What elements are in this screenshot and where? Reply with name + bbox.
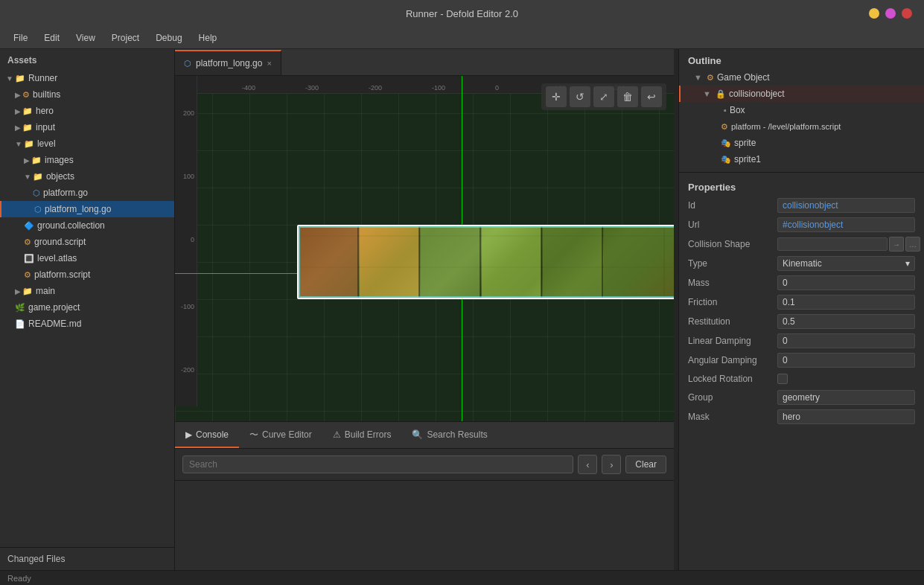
sidebar-item-main[interactable]: ▶ 📁 main [0,283,174,299]
close-button[interactable] [902,8,912,19]
folder-icon: 📁 [22,123,33,132]
prop-row-restitution: Restitution [679,312,924,331]
tab-close-button[interactable]: × [267,59,271,68]
locked-rotation-checkbox[interactable] [777,374,788,384]
maximize-button[interactable] [885,8,896,19]
sidebar-item-readme[interactable]: 📄 README.md [0,316,174,332]
sidebar-item-objects[interactable]: ▼ 📁 objects [0,168,174,185]
type-select[interactable]: Kinematic ▾ [777,256,915,271]
outline-item-sprite1[interactable]: 🎭 sprite1 [679,151,924,167]
prev-result-button[interactable]: ‹ [578,455,597,474]
rotate-tool-button[interactable]: ↺ [570,86,590,107]
properties-section: Properties Id collisionobject Url #colli… [679,173,924,431]
sidebar-item-label: game.project [28,302,80,313]
window-controls [869,8,912,19]
arrow-icon: ▶ [15,91,21,99]
menu-item-view[interactable]: View [68,30,103,46]
sidebar-item-ground-collection[interactable]: 🔷 ground.collection [0,217,174,234]
collision-shape-arrow-btn[interactable]: → [889,237,904,252]
tab-search-results[interactable]: 🔍 Search Results [401,423,497,448]
editor-tab[interactable]: ⬡ platform_long.go × [175,50,281,75]
menu-item-file[interactable]: File [6,30,35,46]
undo-button[interactable]: ↩ [641,86,662,107]
prop-label-group: Group [688,392,777,403]
sidebar-item-platform-go[interactable]: ⬡ platform.go [0,185,174,201]
changed-files[interactable]: Changed Files [0,547,174,570]
bottom-panel: ▶ Console 〜 Curve Editor ⚠ Build Errors … [175,421,674,570]
ruler-left: 200 100 0 -100 -200 [175,76,197,406]
sidebar-item-level[interactable]: ▼ 📁 level [0,135,174,152]
prop-select-type: Kinematic ▾ [777,256,915,271]
minimize-button[interactable] [869,8,879,19]
arrow-icon: ▶ [15,124,21,132]
sidebar-item-platform-long-go[interactable]: ⬡ platform_long.go [0,201,174,217]
folder-icon: 📁 [33,172,43,182]
prop-value-friction[interactable] [777,295,915,310]
folder-icon: 📁 [24,139,34,149]
console-tab-icon: ▶ [185,429,192,440]
scale-tool-button[interactable]: ⤢ [593,86,614,107]
prop-value-group[interactable] [777,390,915,405]
tab-bar: ⬡ platform_long.go × [175,49,674,76]
sidebar-item-game-project[interactable]: 🌿 game.project [0,299,174,316]
search-results-tab-label: Search Results [427,429,487,440]
tab-curve-editor[interactable]: 〜 Curve Editor [239,423,322,448]
curve-editor-tab-label: Curve Editor [262,429,312,440]
menu-item-project[interactable]: Project [104,30,147,46]
menu-item-help[interactable]: Help [191,30,225,46]
console-search-input[interactable] [182,455,573,473]
sidebar-item-level-atlas[interactable]: 🔳 level.atlas [0,250,174,266]
collision-shape-input[interactable] [777,237,888,251]
prop-value-linear-damping[interactable] [777,333,915,348]
clear-button[interactable]: Clear [625,455,666,473]
platform-sprite[interactable] [297,225,674,299]
sidebar-item-runner[interactable]: ▼ 📁 Runner [0,70,174,86]
delete-button[interactable]: 🗑 [617,86,638,107]
sidebar-item-input[interactable]: ▶ 📁 input [0,119,174,135]
outline-item-game-object[interactable]: ▼ ⚙ Game Object [679,69,924,86]
sidebar-item-hero[interactable]: ▶ 📁 hero [0,103,174,119]
prop-value-restitution[interactable] [777,314,915,329]
outline-item-platform-script[interactable]: ⚙ platform - /level/platform.script [679,118,924,135]
outline-item-sprite[interactable]: 🎭 sprite [679,135,924,151]
prop-value-angular-damping[interactable] [777,353,915,368]
sidebar-item-images[interactable]: ▶ 📁 images [0,152,174,168]
outline-item-collisionobject[interactable]: ▼ 🔒 collisionobject [679,86,924,102]
prop-label-id: Id [688,200,777,211]
prop-value-id[interactable]: collisionobject [777,198,915,213]
right-panel: Outline ▼ ⚙ Game Object ▼ 🔒 collisionobj… [678,49,924,570]
ruler-mark: -400 [242,84,255,92]
sidebar-item-label: hero [36,106,54,116]
prop-value-mask[interactable] [777,409,915,424]
sidebar-item-builtins[interactable]: ▶ ⚙ builtins [0,86,174,103]
sidebar-item-label: ground.collection [37,220,105,231]
status-bar: Ready [0,570,924,585]
tab-console[interactable]: ▶ Console [175,423,239,448]
file-tree: ▼ 📁 Runner ▶ ⚙ builtins ▶ 📁 hero ▶ [0,68,174,547]
props-header: Properties [679,177,924,196]
menu-item-debug[interactable]: Debug [148,30,189,46]
sidebar-item-label: ground.script [34,237,86,247]
ruler-mark: -200 [369,84,382,92]
sidebar-item-ground-script[interactable]: ⚙ ground.script [0,234,174,250]
prop-row-linear-damping: Linear Damping [679,331,924,351]
prop-value-url[interactable]: #collisionobject [777,217,915,232]
viewport: -400 -300 -200 -100 0 100 200 300 400 20… [175,76,674,421]
collision-shape-dots-btn[interactable]: … [905,237,920,252]
box-icon: ▪ [724,106,727,115]
search-results-tab-icon: 🔍 [412,429,423,440]
sprite-border [299,226,674,298]
outline-item-box[interactable]: ▪ Box [679,102,924,118]
sidebar-item-platform-script[interactable]: ⚙ platform.script [0,266,174,283]
move-tool-button[interactable]: ✛ [546,86,567,107]
next-result-button[interactable]: › [602,455,621,474]
menu-item-edit[interactable]: Edit [36,30,67,46]
prop-label-type: Type [688,258,777,269]
center-area: ⬡ platform_long.go × -400 -300 -200 -100… [175,49,674,570]
tab-build-errors[interactable]: ⚠ Build Errors [322,423,402,448]
prop-row-locked-rotation: Locked Rotation [679,370,924,388]
prop-label-linear-damping: Linear Damping [688,336,777,346]
tab-label: platform_long.go [196,58,262,68]
prop-label-mask: Mask [688,412,777,422]
prop-value-mass[interactable] [777,275,915,290]
